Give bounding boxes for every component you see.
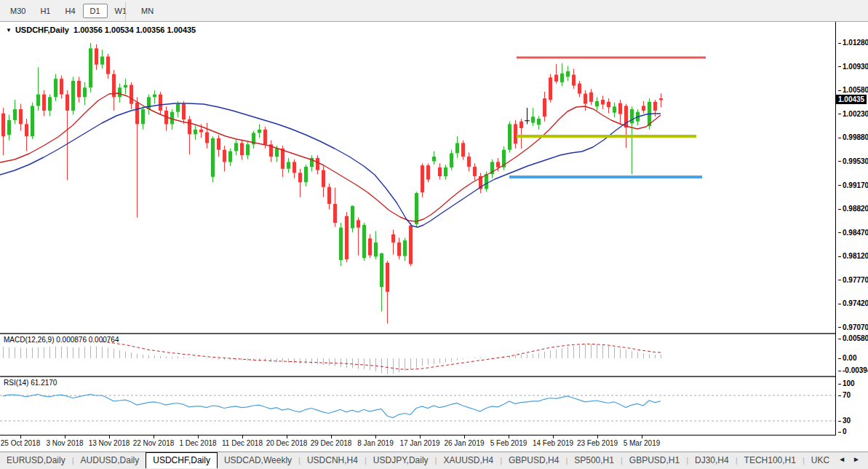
date-axis-label: 26 Jan 2019 bbox=[444, 439, 484, 447]
date-tick bbox=[242, 436, 243, 438]
timeframe-button-h4[interactable]: H4 bbox=[57, 4, 82, 18]
price-axis-label: 0.98120 bbox=[838, 252, 868, 260]
date-tick bbox=[597, 436, 598, 438]
date-tick bbox=[198, 436, 199, 438]
current-price-badge: 1.00435 bbox=[835, 95, 867, 104]
chart-tab-sp500[interactable]: SP500,H1 bbox=[568, 453, 621, 468]
price-axis-label: 1.00930 bbox=[838, 63, 868, 71]
date-axis[interactable]: 25 Oct 20183 Nov 201813 Nov 201822 Nov 2… bbox=[0, 436, 835, 452]
price-axis-label: 0.97770 bbox=[838, 276, 868, 284]
chart-ohlc-quote: 1.00356 1.00534 1.00356 1.00435 bbox=[73, 25, 196, 34]
price-axis-label: 0.97070 bbox=[838, 323, 868, 331]
timeframe-toolbar: M30H1H4D1W1MN bbox=[0, 0, 868, 22]
date-tick bbox=[287, 436, 287, 438]
date-tick bbox=[109, 436, 110, 438]
price-axis-label: 0.99170 bbox=[838, 181, 868, 189]
date-axis-label: 14 Feb 2019 bbox=[533, 439, 573, 447]
date-tick bbox=[553, 436, 554, 438]
chart-tab-usdcad[interactable]: USDCAD,Weekly bbox=[218, 453, 298, 468]
chart-dropdown-icon[interactable]: ▼ bbox=[6, 27, 12, 34]
date-tick bbox=[464, 436, 465, 438]
date-tick bbox=[420, 436, 421, 438]
chart-title: ▼USDCHF,Daily 1.00356 1.00534 1.00356 1.… bbox=[6, 25, 196, 34]
chart-region: ▼USDCHF,Daily 1.00356 1.00534 1.00356 1.… bbox=[0, 22, 868, 452]
macd-label: MACD(12,26,9) 0.000876 0.000764 bbox=[4, 336, 119, 344]
chart-tab-usdjpy[interactable]: USDJPY,Daily bbox=[367, 453, 435, 468]
date-axis-label: 8 Jan 2019 bbox=[357, 439, 394, 447]
tab-scroll-arrows: ◄► bbox=[830, 452, 867, 469]
candlestick-chart[interactable] bbox=[0, 22, 835, 333]
price-axis-label: 1.00230 bbox=[838, 110, 868, 118]
chart-tab-eurusd[interactable]: EURUSD,Daily bbox=[0, 453, 72, 468]
timeframe-button-d1[interactable]: D1 bbox=[83, 4, 108, 18]
chart-symbol-label: USDCHF,Daily bbox=[15, 25, 69, 34]
rsi-axis-label: 70 bbox=[838, 391, 851, 399]
price-axis[interactable]: 1.012801.009301.005801.002300.998800.995… bbox=[835, 22, 868, 436]
date-axis-label: 25 Oct 2018 bbox=[1, 439, 40, 447]
date-tick bbox=[20, 436, 21, 438]
macd-chart[interactable] bbox=[0, 334, 835, 376]
chart-tab-audusd[interactable]: AUDUSD,Daily bbox=[74, 453, 146, 468]
price-axis-label: 1.01280 bbox=[838, 39, 868, 47]
date-axis-label: 1 Dec 2018 bbox=[179, 439, 216, 447]
chart-tab-bar: EURUSD,Daily|AUDUSD,DailyUSDCHF,DailyUSD… bbox=[0, 452, 868, 469]
date-axis-label: 29 Dec 2018 bbox=[311, 439, 352, 447]
date-axis-label: 3 Nov 2018 bbox=[46, 439, 83, 447]
date-axis-label: 23 Feb 2019 bbox=[577, 439, 618, 447]
macd-axis-label: -0.003945 bbox=[838, 366, 868, 374]
date-axis-label: 5 Feb 2019 bbox=[490, 439, 527, 447]
date-axis-label: 20 Dec 2018 bbox=[266, 439, 308, 447]
timeframe-button-h1[interactable]: H1 bbox=[33, 4, 57, 18]
date-axis-label: 17 Jan 2019 bbox=[399, 439, 439, 447]
date-tick bbox=[375, 436, 376, 438]
date-axis-label: 22 Nov 2018 bbox=[133, 439, 175, 447]
macd-axis-label: 0.005802 bbox=[838, 334, 868, 342]
date-axis-label: 5 Mar 2019 bbox=[624, 439, 661, 447]
date-axis-label: 11 Dec 2018 bbox=[222, 439, 263, 447]
tab-scroll-left-icon[interactable]: ◄ bbox=[838, 455, 845, 463]
price-axis-label: 0.97420 bbox=[838, 299, 868, 307]
chart-tab-xauusd[interactable]: XAUUSD,H4 bbox=[437, 453, 500, 468]
price-axis-label: 0.98470 bbox=[838, 229, 868, 237]
price-axis-label: 0.99880 bbox=[838, 133, 868, 141]
chart-tab-gbpusd[interactable]: GBPUSD,H1 bbox=[623, 453, 686, 468]
date-tick bbox=[509, 436, 509, 438]
chart-tab-usdchf[interactable]: USDCHF,Daily bbox=[146, 452, 218, 468]
timeframe-button-mn[interactable]: MN bbox=[134, 4, 161, 18]
date-tick bbox=[331, 436, 332, 438]
rsi-axis-label: 100 bbox=[838, 379, 855, 387]
chart-tab-dj30[interactable]: DJ30,H4 bbox=[688, 453, 736, 468]
tab-scroll-right-icon[interactable]: ► bbox=[853, 455, 860, 463]
date-tick bbox=[154, 436, 154, 438]
mt4-window: M30H1H4D1W1MN ▼USDCHF,Daily 1.00356 1.00… bbox=[0, 0, 868, 469]
date-axis-label: 13 Nov 2018 bbox=[89, 439, 130, 447]
price-axis-label: 1.00580 bbox=[838, 86, 868, 94]
macd-axis-label: 0.00 bbox=[838, 354, 856, 362]
rsi-axis-label: 30 bbox=[838, 417, 851, 425]
rsi-chart[interactable] bbox=[0, 377, 835, 435]
toolbar-divider bbox=[125, 2, 126, 20]
chart-tab-usdcnh[interactable]: USDCNH,H4 bbox=[300, 453, 365, 468]
macd-panel[interactable]: MACD(12,26,9) 0.000876 0.000764 bbox=[0, 334, 835, 377]
rsi-panel[interactable]: RSI(14) 61.2170 bbox=[0, 377, 835, 436]
rsi-axis-label: 0 bbox=[838, 427, 847, 436]
chart-tab-gbpusd[interactable]: GBPUSD,H4 bbox=[502, 453, 565, 468]
main-chart-panel[interactable]: ▼USDCHF,Daily 1.00356 1.00534 1.00356 1.… bbox=[0, 22, 835, 334]
timeframe-button-m30[interactable]: M30 bbox=[3, 4, 33, 18]
price-axis-label: 0.98820 bbox=[838, 205, 868, 213]
chart-tab-tech100[interactable]: TECH100,H1 bbox=[738, 453, 803, 468]
rsi-label: RSI(14) 61.2170 bbox=[4, 379, 57, 387]
date-tick bbox=[65, 436, 65, 438]
date-tick bbox=[642, 436, 642, 438]
timeframe-button-w1[interactable]: W1 bbox=[108, 4, 135, 18]
price-axis-label: 0.99530 bbox=[838, 157, 868, 165]
